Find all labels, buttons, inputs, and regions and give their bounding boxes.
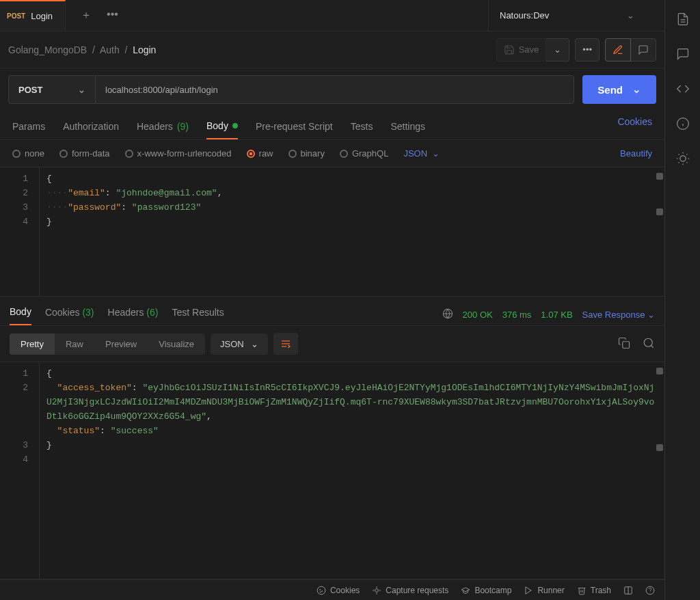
request-tabs: Params Authorization Headers (9) Body Pr… [0,111,664,140]
http-method-value: POST [18,85,42,95]
breadcrumb-folder[interactable]: Auth [100,44,120,55]
response-tab-headers[interactable]: Headers (6) [108,304,159,325]
code-icon[interactable] [676,82,690,98]
environment-name: Natours:Dev [500,10,549,21]
chevron-down-icon[interactable]: ⌄ [632,83,641,96]
response-tab-body[interactable]: Body [10,303,31,325]
status-text: OK [480,310,493,320]
beautify-link[interactable]: Beautify [620,148,652,159]
tab-params[interactable]: Params [12,116,45,139]
svg-point-11 [322,590,323,591]
footer-bar: Cookies Capture requests Bootcamp Runner… [0,579,664,600]
body-type-xwww[interactable]: x-www-form-urlencoded [125,148,232,159]
scrollbar-thumb[interactable] [656,208,663,215]
response-body-code[interactable]: { "access_token": "eyJhbGciOiJSUzI1NiIsI… [40,362,664,579]
tab-body[interactable]: Body [206,116,238,139]
response-time: 376 ms [502,310,532,320]
body-type-binary-label: binary [301,148,325,159]
body-type-formdata-label: form-data [72,148,110,159]
view-pretty[interactable]: Pretty [10,333,55,355]
body-active-indicator [232,123,238,128]
svg-point-9 [317,586,325,595]
more-options-button[interactable]: ••• [575,38,600,62]
view-raw[interactable]: Raw [55,333,94,355]
edit-mode-button[interactable] [605,38,631,62]
footer-bootcamp-label: Bootcamp [474,586,511,595]
globe-icon[interactable] [442,308,453,321]
footer-capture-label: Capture requests [386,586,448,595]
tab-settings[interactable]: Settings [390,116,425,139]
status-code: 200 [463,310,478,320]
footer-cookies-label: Cookies [330,586,360,595]
content-type-select[interactable]: JSON ⌄ [403,148,440,159]
request-body-editor[interactable]: 1 2 3 4 { ····"email": "johndoe@gmail.co… [0,167,664,297]
response-tabs: Body Cookies (3) Headers (6) Test Result… [0,297,664,326]
search-icon[interactable] [643,337,655,351]
footer-runner-label: Runner [537,586,564,595]
send-button[interactable]: Send ⌄ [582,75,656,104]
response-body-editor[interactable]: 1 2 3 4 { "access_token": "eyJhbGciOiJSU… [0,362,664,579]
documentation-icon[interactable] [676,12,690,28]
scrollbar-thumb[interactable] [656,173,663,180]
body-type-binary[interactable]: binary [288,148,325,159]
comments-icon[interactable] [676,47,690,63]
request-tab[interactable]: POST Login [0,0,66,31]
breadcrumb-workspace[interactable]: Golang_MongoDB [8,44,87,55]
footer-help-icon[interactable] [645,586,655,595]
response-tab-testresults[interactable]: Test Results [172,304,224,325]
svg-rect-6 [623,341,630,348]
info-icon[interactable] [676,117,690,133]
copy-icon[interactable] [618,337,630,351]
url-input[interactable] [96,75,574,104]
tab-headers[interactable]: Headers (9) [137,116,189,139]
body-type-formdata[interactable]: form-data [59,148,110,159]
new-tab-button[interactable]: ＋ [81,8,92,23]
tab-options-button[interactable]: ••• [107,8,118,23]
comment-mode-button[interactable] [631,38,656,62]
line-gutter: 1 2 3 4 [0,362,40,579]
response-tab-cookies-label: Cookies [45,307,80,318]
footer-bootcamp[interactable]: Bootcamp [461,586,511,595]
view-visualize[interactable]: Visualize [148,333,205,355]
svg-point-12 [320,591,321,592]
request-body-code[interactable]: { ····"email": "johndoe@gmail.com", ····… [40,167,664,296]
footer-cookies[interactable]: Cookies [317,586,360,595]
footer-panes-icon[interactable] [623,586,633,595]
body-type-raw[interactable]: raw [247,148,273,159]
tab-authorization[interactable]: Authorization [63,116,119,139]
body-type-graphql-label: GraphQL [352,148,388,159]
related-icon[interactable] [676,152,690,167]
tab-headers-label: Headers [137,121,173,132]
body-type-none[interactable]: none [12,148,44,159]
footer-trash[interactable]: Trash [577,586,611,595]
save-response-button[interactable]: Save Response ⌄ [582,310,655,320]
response-size: 1.07 KB [541,310,572,320]
wrap-lines-button[interactable] [273,333,298,355]
response-tab-cookies[interactable]: Cookies (3) [45,304,94,325]
tab-prerequest[interactable]: Pre-request Script [256,116,333,139]
eye-icon[interactable] [645,10,664,21]
tab-tests[interactable]: Tests [351,116,373,139]
tab-method-badge: POST [7,12,25,20]
tab-strip: POST Login ＋ ••• Natours:Dev ⌄ [0,0,664,31]
cookies-link[interactable]: Cookies [617,116,652,139]
body-type-graphql[interactable]: GraphQL [340,148,388,159]
response-tab-headers-label: Headers [108,307,144,318]
http-method-select[interactable]: POST ⌄ [8,75,96,104]
footer-runner[interactable]: Runner [524,586,564,595]
response-toolbar: Pretty Raw Preview Visualize JSON⌄ [0,326,664,362]
svg-point-7 [644,338,652,346]
response-tab-cookies-count: (3) [82,307,94,318]
save-dropdown[interactable]: ⌄ [546,38,569,62]
view-preview[interactable]: Preview [94,333,148,355]
url-row: POST ⌄ Send ⌄ [0,68,664,111]
breadcrumb[interactable]: Golang_MongoDB / Auth / Login [8,44,156,55]
svg-marker-14 [526,586,531,594]
save-button[interactable]: Save [496,38,547,62]
body-type-raw-label: raw [259,148,273,159]
scrollbar-thumb[interactable] [656,368,663,374]
environment-selector[interactable]: Natours:Dev ⌄ [488,0,645,31]
scrollbar-thumb[interactable] [656,444,663,451]
footer-capture[interactable]: Capture requests [372,586,448,595]
response-format-select[interactable]: JSON⌄ [211,333,268,355]
